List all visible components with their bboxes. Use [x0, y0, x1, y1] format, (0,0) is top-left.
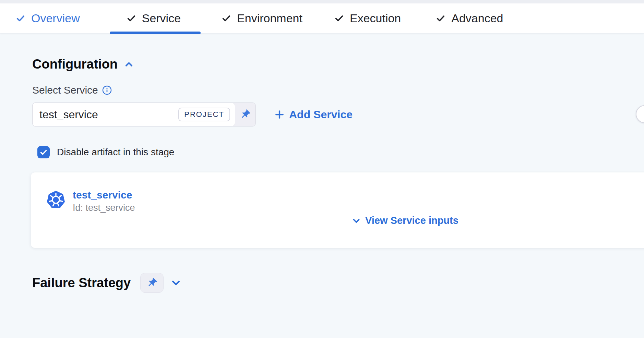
tab-label: Execution: [350, 12, 401, 25]
chevron-down-icon[interactable]: [170, 277, 181, 288]
service-card: test_service Id: test_service View Servi…: [31, 172, 644, 248]
tab-label: Advanced: [451, 12, 503, 25]
pin-icon: [240, 109, 251, 120]
select-service-row: Select Service: [32, 84, 112, 96]
tab-overview[interactable]: Overview: [15, 3, 80, 33]
check-icon: [15, 13, 26, 23]
tab-advanced[interactable]: Advanced: [436, 3, 503, 33]
tab-execution[interactable]: Execution: [334, 3, 401, 33]
service-name-link[interactable]: test_service: [73, 189, 132, 201]
help-button-partial[interactable]: [636, 105, 644, 123]
pin-toggle-button[interactable]: [140, 273, 164, 293]
add-service-button[interactable]: Add Service: [274, 102, 353, 126]
view-service-inputs-toggle[interactable]: View Service inputs: [351, 215, 458, 226]
tab-label: Service: [142, 12, 181, 25]
tab-environment[interactable]: Environment: [221, 3, 302, 33]
tab-label: Overview: [31, 12, 80, 25]
pin-service-button[interactable]: [235, 103, 255, 126]
check-icon: [39, 148, 48, 156]
check-icon: [436, 13, 446, 23]
view-service-inputs-label: View Service inputs: [365, 215, 458, 226]
service-select-control: test_service PROJECT: [32, 102, 256, 126]
kubernetes-icon: [47, 191, 65, 209]
configuration-heading: Configuration: [32, 57, 134, 72]
check-icon: [221, 13, 231, 23]
tab-label: Environment: [237, 12, 302, 25]
add-service-label: Add Service: [289, 108, 353, 121]
failure-strategy-section: Failure Strategy: [32, 273, 181, 293]
stage-tabbar: Overview Service Environment Execution A…: [0, 3, 644, 33]
disable-artifact-label: Disable artifact in this stage: [57, 147, 174, 158]
check-icon: [334, 13, 344, 23]
scope-badge: PROJECT: [178, 108, 230, 121]
select-service-label: Select Service: [32, 84, 98, 96]
service-input-value: test_service: [39, 108, 178, 121]
disable-artifact-row[interactable]: Disable artifact in this stage: [37, 146, 174, 158]
tab-service[interactable]: Service: [126, 3, 181, 33]
plus-icon: [274, 109, 285, 120]
failure-strategy-heading: Failure Strategy: [32, 276, 131, 290]
service-select-input[interactable]: test_service PROJECT: [32, 102, 235, 126]
service-id-text: Id: test_service: [73, 203, 135, 213]
check-icon: [126, 13, 136, 23]
pin-icon: [146, 277, 157, 288]
info-icon[interactable]: [102, 85, 112, 95]
chevron-up-icon[interactable]: [124, 59, 134, 70]
chevron-down-icon: [351, 216, 361, 226]
configuration-title: Configuration: [32, 57, 118, 72]
disable-artifact-checkbox[interactable]: [37, 146, 50, 158]
top-strip: [0, 0, 644, 3]
